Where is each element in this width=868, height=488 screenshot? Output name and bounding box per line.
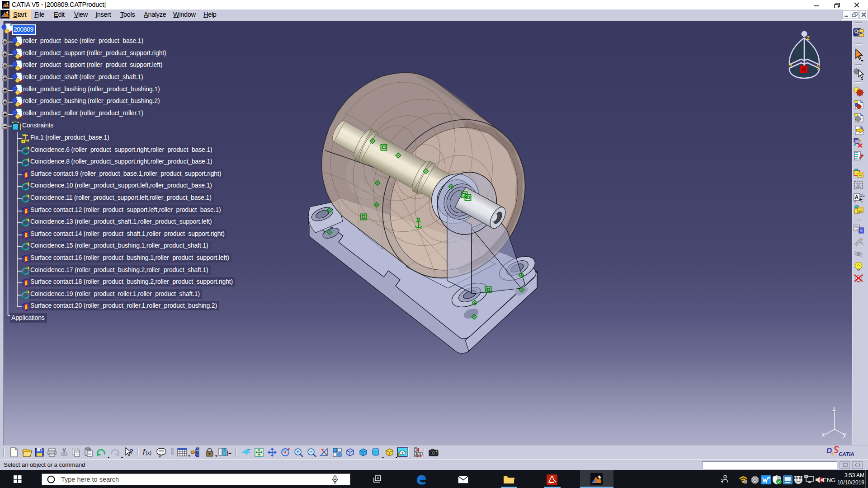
- svg-text:}=: }=: [226, 450, 231, 456]
- svg-text:y: y: [817, 62, 820, 70]
- svg-text:ENG: ENG: [823, 477, 835, 483]
- svg-text:y: y: [843, 432, 846, 438]
- svg-text:?: ?: [129, 447, 133, 455]
- svg-text:x: x: [789, 61, 793, 68]
- svg-text:A: A: [855, 194, 859, 201]
- svg-text:D: D: [826, 446, 832, 455]
- svg-text:CATIA: CATIA: [839, 451, 854, 457]
- svg-text:x: x: [822, 432, 825, 438]
- svg-text:(x): (x): [146, 450, 151, 455]
- svg-text:z: z: [833, 406, 835, 412]
- svg-text:15: 15: [860, 192, 865, 197]
- svg-text:z: z: [807, 34, 810, 41]
